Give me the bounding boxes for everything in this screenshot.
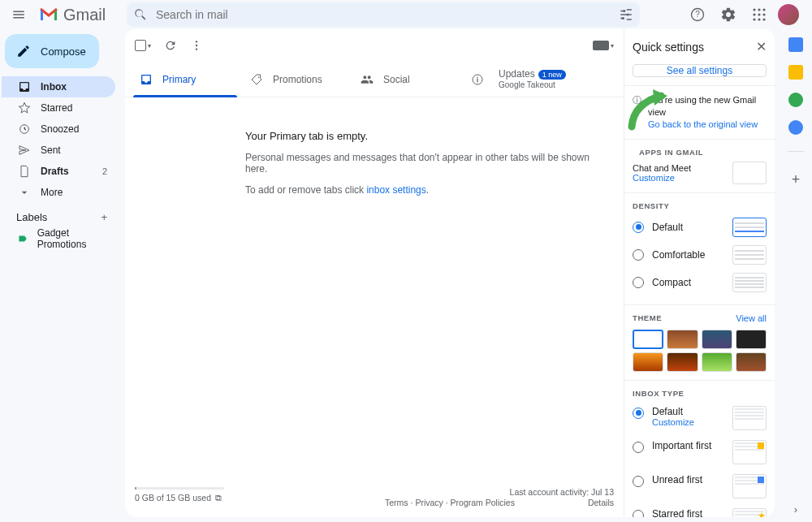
close-quick-settings-button[interactable]: ✕: [756, 39, 767, 54]
contacts-app-button[interactable]: [788, 120, 803, 135]
tasks-app-button[interactable]: [788, 93, 803, 107]
account-avatar[interactable]: [778, 4, 799, 25]
compose-label: Compose: [41, 45, 86, 58]
theme-option-5[interactable]: [633, 352, 663, 372]
nav-inbox[interactable]: Inbox: [2, 76, 115, 97]
customize-inbox-link[interactable]: Customize: [652, 417, 724, 427]
gmail-logo[interactable]: Gmail: [39, 6, 115, 24]
settings-button[interactable]: [716, 2, 741, 27]
density-default[interactable]: Default: [633, 214, 767, 241]
see-all-settings-button[interactable]: See all settings: [633, 64, 767, 77]
apps-button[interactable]: [747, 2, 771, 27]
theme-option-8[interactable]: [736, 352, 767, 372]
apps-preview-thumb: [732, 162, 767, 184]
keep-app-button[interactable]: [788, 65, 803, 80]
svg-text:?: ?: [695, 10, 700, 19]
theme-view-all-link[interactable]: View all: [736, 313, 767, 323]
privacy-link[interactable]: Privacy: [415, 498, 443, 507]
nav-more[interactable]: More: [2, 182, 115, 203]
svg-point-5: [753, 8, 755, 11]
theme-option-1[interactable]: [633, 330, 663, 349]
svg-point-13: [762, 18, 765, 20]
hide-side-panel-button[interactable]: ›: [794, 503, 797, 516]
chat-and-meet-label: Chat and Meet: [633, 163, 691, 173]
inbox-settings-link[interactable]: inbox settings: [366, 184, 425, 196]
inbox-icon: [18, 80, 31, 93]
refresh-button[interactable]: [164, 39, 177, 52]
labels-header: Labels +: [2, 203, 115, 228]
clock-icon: [18, 123, 31, 136]
gmail-m-icon: [39, 7, 58, 22]
tab-updates[interactable]: Updates1 new Google Takeout: [461, 62, 583, 97]
inbox-type-important[interactable]: Important first: [633, 435, 767, 469]
tab-primary[interactable]: Primary: [130, 62, 240, 97]
refresh-icon: [164, 39, 177, 52]
search-input[interactable]: [156, 8, 611, 21]
inbox-icon: [140, 73, 153, 86]
nav-snoozed[interactable]: Snoozed: [2, 119, 115, 140]
empty-state: Your Primary tab is empty. Personal mess…: [125, 97, 624, 215]
get-addons-button[interactable]: +: [784, 168, 807, 191]
help-icon: ?: [689, 6, 706, 23]
star-icon: [18, 101, 31, 114]
svg-point-15: [196, 41, 197, 42]
svg-point-0: [623, 10, 625, 12]
theme-option-6[interactable]: [667, 352, 698, 372]
svg-point-18: [258, 76, 260, 78]
label-icon: [18, 233, 28, 244]
svg-point-12: [758, 18, 760, 20]
label-gadget-promotions[interactable]: Gadget Promotions: [2, 228, 115, 249]
gmail-logo-text: Gmail: [63, 6, 106, 24]
policies-link[interactable]: Program Policies: [451, 498, 515, 507]
compose-button[interactable]: Compose: [5, 34, 99, 68]
svg-point-2: [622, 17, 624, 19]
terms-link[interactable]: Terms: [385, 498, 408, 507]
theme-option-2[interactable]: [667, 330, 698, 349]
nav-drafts[interactable]: Drafts2: [2, 161, 115, 182]
pencil-icon: [16, 44, 31, 58]
add-label-button[interactable]: +: [101, 211, 107, 223]
theme-option-7[interactable]: [702, 352, 732, 372]
svg-point-7: [762, 8, 765, 11]
select-all-checkbox[interactable]: ▾: [135, 40, 151, 51]
main-menu-button[interactable]: [6, 2, 31, 27]
svg-point-17: [196, 48, 197, 50]
more-button[interactable]: [190, 39, 203, 52]
tune-icon[interactable]: [619, 7, 633, 22]
customize-apps-link[interactable]: Customize: [633, 173, 691, 183]
nav-sent[interactable]: Sent: [2, 140, 115, 161]
tag-icon: [250, 73, 263, 86]
density-compact[interactable]: Compact: [633, 269, 767, 296]
chevron-down-icon: [18, 186, 31, 199]
search-icon: [133, 7, 148, 22]
nav-starred[interactable]: Starred: [2, 97, 115, 119]
details-link[interactable]: Details: [588, 498, 614, 507]
search-bar[interactable]: [127, 2, 640, 27]
storage-progress: [135, 487, 224, 490]
go-back-original-view-link[interactable]: Go back to the original view: [648, 119, 767, 131]
svg-point-16: [196, 45, 197, 46]
open-in-new-icon[interactable]: ⧉: [215, 493, 222, 503]
svg-point-6: [758, 8, 760, 11]
tab-social[interactable]: Social: [351, 62, 461, 97]
apps-grid-icon: [752, 7, 767, 22]
input-tools-button[interactable]: ▾: [593, 41, 614, 50]
inbox-type-unread[interactable]: Unread first: [633, 469, 767, 503]
caret-down-icon[interactable]: ▾: [148, 42, 151, 50]
info-icon: [471, 73, 484, 86]
support-button[interactable]: ?: [685, 2, 710, 27]
svg-point-11: [753, 18, 755, 20]
calendar-app-button[interactable]: [788, 37, 803, 52]
file-icon: [18, 165, 31, 178]
tab-promotions[interactable]: Promotions: [240, 62, 351, 97]
updates-new-badge: 1 new: [538, 70, 566, 80]
gear-icon: [720, 6, 736, 23]
inbox-type-default[interactable]: DefaultCustomize: [633, 401, 767, 435]
density-comfortable[interactable]: Comfortable: [633, 241, 767, 269]
send-icon: [18, 144, 31, 157]
svg-point-8: [753, 13, 755, 15]
theme-option-3[interactable]: [702, 330, 732, 349]
info-icon: ⓘ: [633, 94, 641, 106]
inbox-type-starred[interactable]: Starred first★: [633, 503, 767, 517]
theme-option-4[interactable]: [736, 330, 767, 349]
